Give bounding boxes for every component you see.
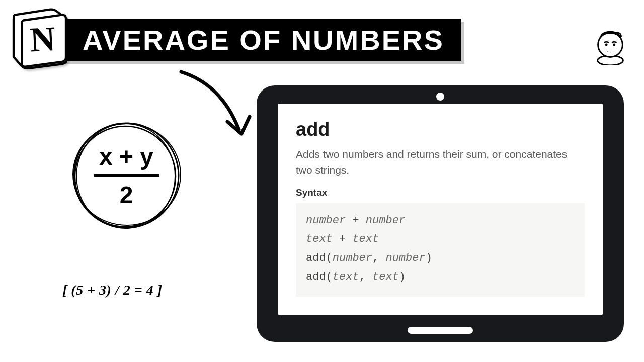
doc-heading: add [296,119,585,140]
logo-letter: N [29,19,56,59]
tablet-home-button[interactable] [408,327,473,334]
tablet-frame: add Adds two numbers and returns their s… [257,85,624,342]
syntax-code-block: number + number text + text add(number, … [296,203,585,297]
tablet-screen: add Adds two numbers and returns their s… [278,104,603,315]
sketchy-circle-icon [69,119,183,232]
code-line-4: add(text, text) [306,267,575,286]
doc-description: Adds two numbers and returns their sum, … [296,146,585,178]
syntax-label: Syntax [296,187,585,198]
page-title: AVERAGE OF NUMBERS [52,19,461,61]
header: N AVERAGE OF NUMBERS [7,4,461,69]
code-line-1: number + number [306,211,575,230]
svg-point-2 [605,44,608,46]
tablet-camera-icon [436,93,444,101]
code-line-3: add(number, number) [306,249,575,267]
code-line-2: text + text [306,230,575,248]
notion-logo-icon: N [7,4,72,69]
avatar-icon [591,26,630,65]
svg-point-3 [613,44,615,46]
example-text: [ (5 + 3) / 2 = 4 ] [62,282,163,298]
formula-circle: x + y 2 [69,119,183,232]
